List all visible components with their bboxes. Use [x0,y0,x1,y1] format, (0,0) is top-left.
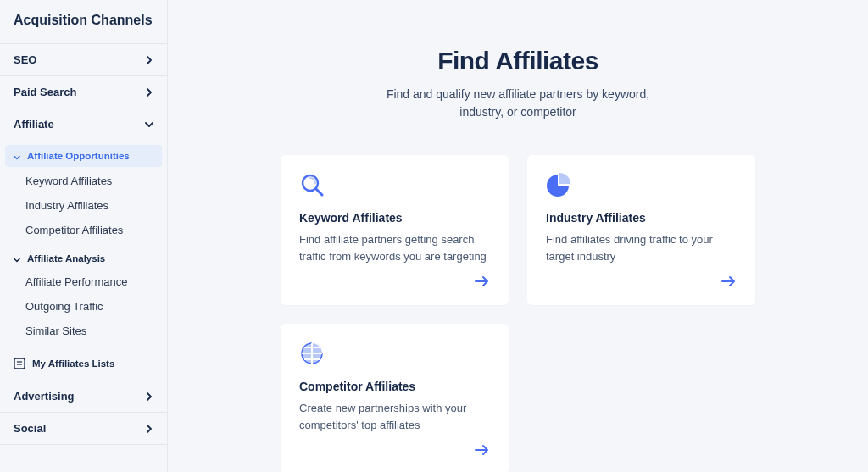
sidebar-item-paid-search[interactable]: Paid Search [0,75,167,108]
sidebar-link-competitor-affiliates[interactable]: Competitor Affiliates [0,218,167,242]
sidebar-subheader-label: Affiliate Opportunities [27,151,130,161]
sidebar-item-label: Paid Search [14,86,76,98]
chevron-right-icon [145,88,153,97]
sidebar-link-outgoing-traffic[interactable]: Outgoing Traffic [0,294,167,319]
sidebar-item-label: SEO [14,53,36,66]
sidebar-item-label: My Affiliates Lists [32,358,114,369]
sidebar-subheader-analysis[interactable]: Affiliate Analysis [0,247,167,269]
card-keyword-affiliates[interactable]: Keyword Affiliates Find affiliate partne… [281,155,509,305]
sidebar-link-similar-sites[interactable]: Similar Sites [0,319,167,343]
card-desc: Find affiliates driving traffic to your … [546,231,737,264]
page-subtitle: Find and qualify new affiliate partners … [365,86,670,121]
chevron-right-icon [145,425,153,433]
main-content: Find Affiliates Find and qualify new aff… [168,0,868,472]
svg-line-4 [316,189,322,195]
sidebar-item-label: Advertising [14,390,75,403]
sidebar-subheader-opportunities[interactable]: Affiliate Opportunities [5,145,162,167]
sidebar-subheader-label: Affiliate Analysis [27,253,105,264]
card-title: Keyword Affiliates [299,211,490,225]
pie-chart-icon [546,172,571,197]
card-title: Competitor Affiliates [299,380,490,393]
card-industry-affiliates[interactable]: Industry Affiliates Find affiliates driv… [527,155,755,305]
card-desc: Create new partnerships with your compet… [299,400,490,433]
svg-rect-0 [14,358,25,369]
card-desc: Find affiliate partners getting search t… [299,231,490,264]
arrow-right-icon [473,273,490,290]
card-title: Industry Affiliates [546,211,737,225]
sidebar-item-seo[interactable]: SEO [0,43,167,75]
sidebar-item-affiliate[interactable]: Affiliate [0,108,167,140]
list-icon [14,358,25,369]
sidebar-item-my-affiliates-lists[interactable]: My Affiliates Lists [0,347,167,380]
chevron-right-icon [145,392,153,401]
sidebar-link-keyword-affiliates[interactable]: Keyword Affiliates [0,169,167,193]
page-title: Find Affiliates [281,47,755,75]
sidebar-link-industry-affiliates[interactable]: Industry Affiliates [0,193,167,218]
magnifier-icon [299,172,325,197]
globe-icon [299,341,325,366]
sidebar: Acquisition Channels SEO Paid Search Aff… [0,0,168,472]
chevron-down-icon [145,120,153,129]
sidebar-item-label: Affiliate [14,118,54,130]
arrow-right-icon [720,273,737,290]
sidebar-item-social[interactable]: Social [0,412,167,445]
sidebar-link-affiliate-performance[interactable]: Affiliate Performance [0,269,167,294]
card-competitor-affiliates[interactable]: Competitor Affiliates Create new partner… [281,324,509,472]
sidebar-item-advertising[interactable]: Advertising [0,380,167,412]
sidebar-title: Acquisition Channels [0,0,167,43]
sidebar-item-label: Social [14,422,46,435]
card-grid: Keyword Affiliates Find affiliate partne… [281,155,755,472]
hero: Find Affiliates Find and qualify new aff… [281,47,755,121]
sidebar-affiliate-group: Affiliate Opportunities Keyword Affiliat… [0,140,167,347]
chevron-down-icon [14,153,20,159]
chevron-right-icon [145,56,153,64]
arrow-right-icon [473,441,490,458]
chevron-down-icon [14,255,20,262]
